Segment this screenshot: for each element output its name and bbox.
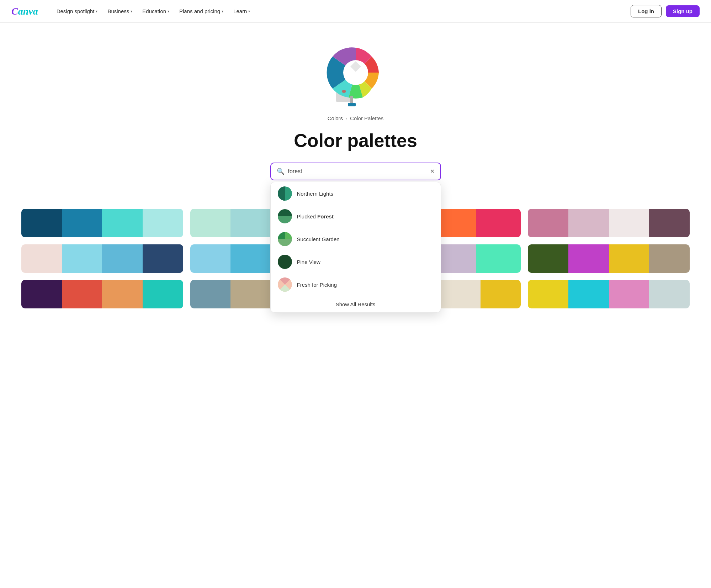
nav-links: Design spotlight ▾ Business ▾ Education …: [52, 5, 631, 17]
breadcrumb-current: Color Palettes: [350, 115, 383, 121]
nav-actions: Log in Sign up: [631, 5, 700, 17]
search-input[interactable]: [288, 168, 426, 175]
hero-illustration: [317, 37, 395, 108]
chevron-down-icon: ▾: [222, 9, 223, 13]
search-icon: 🔍: [277, 168, 285, 175]
login-button[interactable]: Log in: [631, 5, 662, 17]
clear-search-button[interactable]: ✕: [430, 169, 435, 174]
logo[interactable]: Canva: [11, 6, 38, 17]
nav-item-education[interactable]: Education ▾: [138, 5, 174, 17]
nav-item-plans-pricing[interactable]: Plans and pricing ▾: [175, 5, 228, 17]
show-all-results-button[interactable]: Show All Results: [271, 296, 441, 312]
palette-card[interactable]: [528, 280, 690, 308]
palette-icon-succulent-garden: [278, 232, 292, 246]
palette-card[interactable]: [21, 244, 183, 273]
palette-icon-northern-lights: [278, 186, 292, 201]
breadcrumb-separator: ›: [346, 116, 347, 121]
palette-card[interactable]: [528, 209, 690, 237]
nav-item-learn[interactable]: Learn ▾: [229, 5, 254, 17]
fresh-picking-label: Fresh for Picking: [297, 282, 434, 288]
svg-point-7: [342, 90, 346, 93]
search-container: 🔍 ✕ Northern Lights: [270, 163, 441, 180]
palette-icon-fresh-picking: [278, 277, 292, 292]
palette-card[interactable]: [528, 244, 690, 273]
dropdown-item-succulent-garden[interactable]: Succulent Garden: [271, 228, 441, 250]
dropdown-item-pine-view[interactable]: Pine View: [271, 250, 441, 273]
search-box: 🔍 ✕: [270, 163, 441, 180]
plucked-forest-label: Plucked Forest: [297, 213, 434, 219]
chevron-down-icon: ▾: [248, 9, 250, 13]
succulent-garden-label: Succulent Garden: [297, 236, 434, 242]
palette-card[interactable]: [21, 209, 183, 237]
pine-view-label: Pine View: [297, 259, 434, 265]
svg-rect-6: [348, 103, 356, 106]
page-title: Color palettes: [294, 130, 417, 151]
dropdown-item-plucked-forest[interactable]: Plucked Forest: [271, 205, 441, 228]
dropdown-item-fresh-picking[interactable]: Fresh for Picking: [271, 273, 441, 296]
breadcrumb: Colors › Color Palettes: [328, 115, 384, 121]
breadcrumb-parent[interactable]: Colors: [328, 115, 343, 121]
dropdown-item-northern-lights[interactable]: Northern Lights: [271, 182, 441, 205]
chevron-down-icon: ▾: [168, 9, 169, 13]
nav-item-business[interactable]: Business ▾: [103, 5, 137, 17]
palette-icon-plucked-forest: [278, 209, 292, 223]
palette-card[interactable]: [21, 280, 183, 308]
nav-item-design-spotlight[interactable]: Design spotlight ▾: [52, 5, 102, 17]
chevron-down-icon: ▾: [96, 9, 97, 13]
signup-button[interactable]: Sign up: [666, 5, 700, 17]
chevron-down-icon: ▾: [131, 9, 132, 13]
northern-lights-label: Northern Lights: [297, 191, 434, 197]
navigation: Canva Design spotlight ▾ Business ▾ Educ…: [0, 0, 711, 23]
search-dropdown: Northern Lights Plucked Forest: [270, 182, 441, 313]
palette-icon-pine-view: [278, 255, 292, 269]
hero-section: Colors › Color Palettes Color palettes 🔍…: [0, 23, 711, 209]
